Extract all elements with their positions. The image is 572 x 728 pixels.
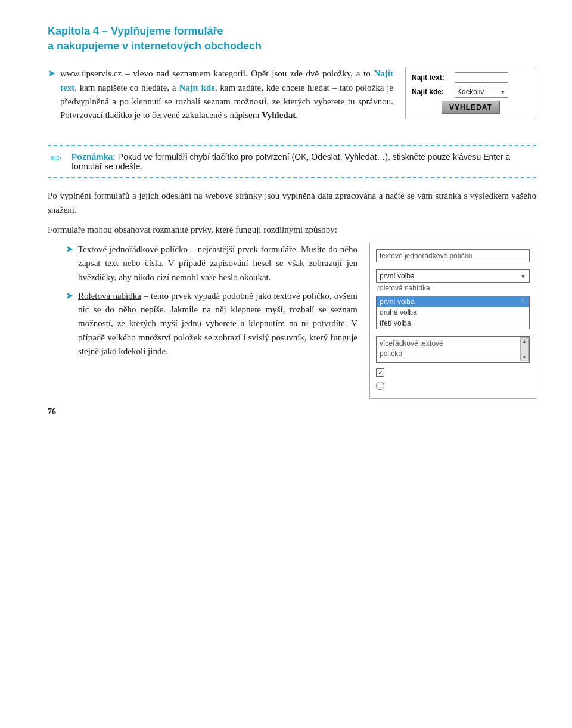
scroll-up-arrow: ▲ [521, 338, 527, 345]
intro-text-mid: , kam napíšete co hledáte, a [74, 83, 179, 92]
vyhledat-highlight: Vyhledat [262, 110, 296, 120]
arrow-icon-2: ➤ [66, 290, 73, 301]
form-widget: Najít text: Najít kde: Kdekoliv ▼ VYHLED… [405, 67, 536, 119]
bullet1-text: Textové jednořádkové políčko – nejčastěj… [78, 243, 358, 284]
intro-text-before: – vlevo nad seznamem kategorií. Opět jso… [125, 69, 374, 78]
bullet2-underline: Roletová nabídka [78, 291, 141, 301]
chevron-down-icon: ▼ [500, 89, 506, 95]
pencil-icon: ✏ [51, 151, 61, 166]
form-text-input[interactable] [455, 72, 508, 83]
elements-text: ➤ Textové jednořádkové políčko – nejčast… [48, 243, 358, 399]
textarea-line1: víceřádkové textové [380, 339, 443, 349]
list-item-2[interactable]: druhá volba [377, 307, 529, 318]
note-box: ✏ Poznámka: Pokud ve formuláři chybí tla… [48, 145, 536, 178]
widget-text-placeholder: textové jednořádkové políčko [380, 252, 472, 260]
widget-select-dropdown[interactable]: první volba ▼ [376, 269, 530, 283]
list-item-1-label: první volba [380, 298, 415, 306]
page: Kapitola 4 – Vyplňujeme formuláře a naku… [0, 0, 572, 435]
note-text: Pokud ve formuláři chybí tlačítko pro po… [72, 152, 510, 171]
page-number: 76 [48, 407, 56, 417]
bullet2-text: Roletová nabídka – tento prvek vypadá po… [78, 289, 358, 358]
intro-url: www.tipservis.cz [60, 69, 122, 78]
bullet2-rest: – tento prvek vypadá podobně jako textov… [78, 291, 358, 356]
list-item-2-label: druhá volba [380, 308, 417, 317]
arrow-icon-1: ➤ [66, 243, 73, 255]
scroll-down-arrow: ▼ [521, 354, 527, 361]
form-btn-row: VYHLEDAT [412, 101, 530, 114]
note-label: Poznámka: [72, 152, 116, 162]
list-item-1[interactable]: první volba ↖ [377, 296, 529, 307]
najit-kde-highlight: Najít kde [179, 83, 215, 92]
widget-textarea[interactable]: víceřádkové textové políčko ▲ ▼ [376, 336, 530, 363]
bullet-text-input: ➤ Textové jednořádkové políčko – nejčast… [66, 243, 358, 284]
intro-text-end: . [296, 110, 298, 120]
paragraph2: Formuláře mohou obsahovat rozmanité prvk… [48, 223, 536, 237]
widget-dropdown-label: roletová nabídka [376, 284, 530, 292]
paragraph1: Po vyplnění formulářů a jejich odeslání … [48, 189, 536, 217]
intro-paragraph: www.tipservis.cz – vlevo nad seznamem ka… [60, 67, 393, 122]
intro-section: ➤ www.tipservis.cz – vlevo nad seznamem … [48, 67, 536, 134]
intro-bullet: ➤ www.tipservis.cz – vlevo nad seznamem … [48, 67, 393, 128]
textarea-content: víceřádkové textové políčko [380, 339, 443, 359]
chapter-title-line1: Kapitola 4 – Vyplňujeme formuláře [48, 24, 536, 39]
textarea-line2: políčko [380, 349, 443, 359]
intro-text: ➤ www.tipservis.cz – vlevo nad seznamem … [48, 67, 393, 134]
bullet1-underline: Textové jednořádkové políčko [78, 244, 188, 254]
form-row-text: Najít text: [412, 72, 530, 83]
form-select-value: Kdekoliv [457, 88, 484, 96]
elements-widget: textové jednořádkové políčko první volba… [369, 243, 536, 399]
bullet-roletova: ➤ Roletová nabídka – tento prvek vypadá … [66, 289, 358, 358]
widget-radio[interactable] [376, 382, 384, 390]
arrow-icon: ➤ [48, 67, 55, 79]
chapter-heading: Kapitola 4 – Vyplňujeme formuláře a naku… [48, 24, 536, 54]
widget-checkbox[interactable] [376, 368, 384, 377]
form-select-kde[interactable]: Kdekoliv ▼ [455, 86, 508, 98]
chevron-down-icon-2: ▼ [520, 273, 526, 280]
widget-select-val: první volba [380, 272, 415, 280]
elements-section: ➤ Textové jednořádkové políčko – nejčast… [48, 243, 536, 399]
vyhledat-button[interactable]: VYHLEDAT [442, 101, 500, 114]
form-najit-text-label: Najít text: [412, 73, 452, 82]
form-row-kde: Najít kde: Kdekoliv ▼ [412, 86, 530, 98]
list-item-3-label: třetí volba [380, 319, 411, 327]
form-najit-kde-label: Najít kde: [412, 88, 452, 96]
chapter-title-line2: a nakupujeme v internetových obchodech [48, 39, 536, 54]
list-item-3[interactable]: třetí volba [377, 318, 529, 329]
textarea-scrollbar[interactable]: ▲ ▼ [520, 337, 529, 361]
cursor-icon: ↖ [521, 298, 526, 305]
widget-text-input[interactable]: textové jednořádkové políčko [376, 249, 530, 262]
widget-listbox[interactable]: první volba ↖ druhá volba třetí volba [376, 296, 530, 329]
